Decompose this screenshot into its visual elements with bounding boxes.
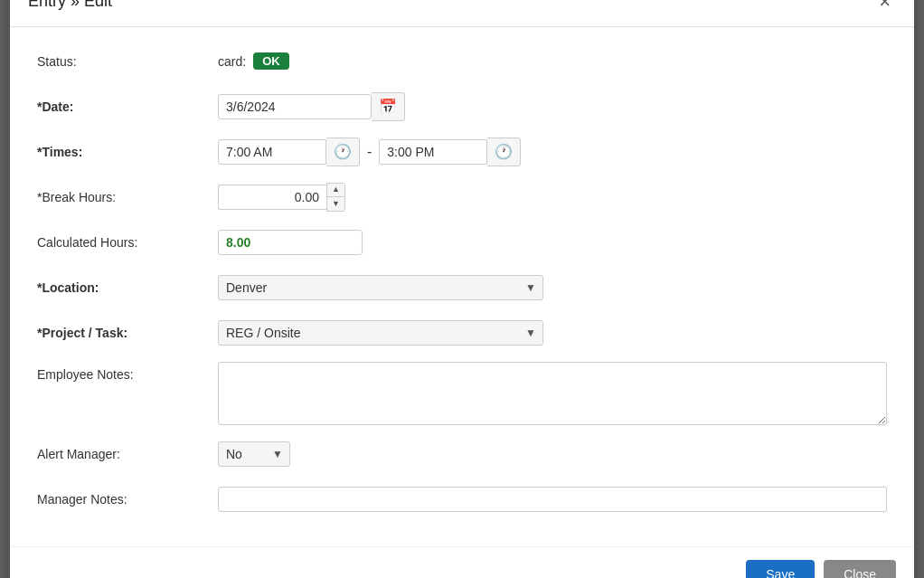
calculated-hours-label: Calculated Hours:: [37, 235, 218, 250]
break-hours-label: *Break Hours:: [37, 190, 218, 204]
date-label: *Date:: [37, 99, 218, 114]
break-hours-spinner-buttons: ▲ ▼: [326, 183, 345, 212]
modal-footer: Save Close: [10, 546, 914, 579]
calculated-hours-input: [218, 230, 363, 255]
status-badge: OK: [253, 52, 289, 70]
alert-manager-select[interactable]: No Yes: [218, 441, 290, 467]
time-start-input[interactable]: [218, 139, 326, 165]
alert-manager-select-wrap: No Yes ▼: [218, 441, 290, 467]
times-row: *Times: 🕐 - 🕐: [37, 136, 887, 168]
location-label: *Location:: [37, 280, 218, 295]
break-hours-decrement-button[interactable]: ▼: [327, 197, 344, 211]
location-control: Denver Remote Other ▼: [218, 275, 887, 300]
times-control: 🕐 - 🕐: [218, 137, 887, 166]
employee-notes-textarea[interactable]: [218, 362, 887, 425]
manager-notes-control: [218, 487, 887, 512]
close-button[interactable]: Close: [824, 560, 896, 579]
manager-notes-label: Manager Notes:: [37, 492, 218, 507]
modal-title: Entry » Edit: [28, 0, 112, 11]
modal-header: Entry » Edit ×: [10, 0, 914, 27]
break-hours-input[interactable]: [218, 185, 326, 210]
manager-notes-input[interactable]: [218, 487, 887, 512]
break-hours-row: *Break Hours: ▲ ▼: [37, 181, 887, 213]
alert-manager-label: Alert Manager:: [37, 447, 218, 461]
alert-manager-row: Alert Manager: No Yes ▼: [37, 438, 887, 470]
modal-body: Status: card: OK *Date: 📅 *Times:: [10, 27, 914, 546]
project-task-control: REG / Onsite PTO / Leave Holiday ▼: [218, 320, 887, 346]
calculated-hours-row: Calculated Hours:: [37, 226, 887, 259]
employee-notes-label: Employee Notes:: [37, 362, 218, 382]
modal-overlay: Entry » Edit × Status: card: OK *Date: 📅: [0, 0, 924, 578]
alert-manager-control: No Yes ▼: [218, 441, 887, 467]
time-start-clock-button[interactable]: 🕐: [326, 137, 360, 166]
manager-notes-row: Manager Notes:: [37, 483, 887, 516]
save-button[interactable]: Save: [746, 560, 815, 579]
project-task-label: *Project / Task:: [37, 326, 218, 340]
location-row: *Location: Denver Remote Other ▼: [37, 271, 887, 304]
modal-dialog: Entry » Edit × Status: card: OK *Date: 📅: [10, 0, 914, 578]
modal-close-button[interactable]: ×: [873, 0, 896, 14]
time-start-wrap: 🕐: [218, 137, 360, 166]
location-select[interactable]: Denver Remote Other: [218, 275, 543, 300]
calculated-hours-control: [218, 230, 887, 255]
status-label: Status:: [37, 54, 218, 69]
date-input-wrap: 📅: [218, 92, 405, 121]
employee-notes-row: Employee Notes:: [37, 362, 887, 425]
break-hours-control: ▲ ▼: [218, 183, 887, 212]
calendar-icon-button[interactable]: 📅: [372, 92, 405, 121]
date-row: *Date: 📅: [37, 90, 887, 123]
date-control: 📅: [218, 92, 887, 121]
employee-notes-control: [218, 362, 887, 425]
time-separator: -: [367, 144, 372, 160]
status-control: card: OK: [218, 52, 887, 70]
time-end-wrap: 🕐: [379, 137, 521, 166]
break-hours-spinner-wrap: ▲ ▼: [218, 183, 345, 212]
break-hours-increment-button[interactable]: ▲: [327, 184, 344, 198]
location-select-wrap: Denver Remote Other ▼: [218, 275, 543, 300]
date-input[interactable]: [218, 94, 372, 119]
time-end-input[interactable]: [379, 139, 487, 165]
time-end-clock-button[interactable]: 🕐: [487, 137, 521, 166]
status-row: Status: card: OK: [37, 45, 887, 78]
project-task-select-wrap: REG / Onsite PTO / Leave Holiday ▼: [218, 320, 543, 346]
project-task-select[interactable]: REG / Onsite PTO / Leave Holiday: [218, 320, 543, 346]
card-label: card:: [218, 54, 246, 69]
project-task-row: *Project / Task: REG / Onsite PTO / Leav…: [37, 317, 887, 349]
times-label: *Times:: [37, 145, 218, 159]
